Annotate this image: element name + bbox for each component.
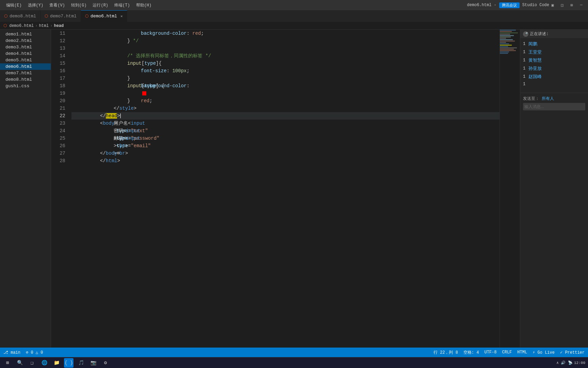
layout-btn-3[interactable]: ⊞ <box>568 2 575 9</box>
language-mode[interactable]: HTML <box>517 350 527 355</box>
statusbar-right: 行 22，列 8 空格: 4 UTF-8 CRLF HTML ⚡ Go Live… <box>434 350 585 355</box>
menu-terminal[interactable]: 终端(T) <box>112 2 133 9</box>
tab-demo6[interactable]: ⬡ demo6.html ✕ <box>81 10 127 22</box>
breadcrumb-filename[interactable]: demo6.html <box>9 24 34 28</box>
sidebar-item-demo2[interactable]: demo2.html <box>0 37 51 44</box>
send-input[interactable] <box>523 103 585 110</box>
breadcrumb: ⬡ demo6.html › html › head <box>0 22 588 30</box>
titlebar-left: 编辑(E) 选择(Y) 查看(V) 转到(G) 运行(R) 终端(T) 帮助(H… <box>3 2 467 9</box>
taskbar-browser[interactable]: 🌐 <box>39 358 49 368</box>
ln-11: 11 <box>51 30 65 37</box>
main-layout: demo1.html demo2.html demo3.html demo4.h… <box>0 30 588 348</box>
minimap <box>500 30 520 348</box>
taskbar-files[interactable]: 📁 <box>52 358 61 368</box>
color-swatch-red <box>142 91 146 95</box>
taskbar-search[interactable]: 🔍 <box>15 358 24 368</box>
participant-huangz: 1 黄智慧 <box>523 57 585 63</box>
taskbar-other3[interactable]: ⚙ <box>101 358 110 368</box>
breadcrumb-sep2: › <box>50 24 52 28</box>
menu-bar[interactable]: 编辑(E) 选择(Y) 查看(V) 转到(G) 运行(R) 终端(T) 帮助(H… <box>3 2 154 9</box>
tab-label-demo8: demo8.html <box>10 14 36 19</box>
line-ending[interactable]: CRLF <box>502 350 512 355</box>
menu-view[interactable]: 查看(V) <box>47 2 68 9</box>
spaces[interactable]: 空格: 4 <box>463 350 479 355</box>
titlebar-right[interactable]: ▣ ◫ ⊞ — <box>549 2 585 9</box>
participant-name-wenp: 闻鹏 <box>528 41 537 47</box>
cursor-position[interactable]: 行 22，列 8 <box>434 350 458 355</box>
code-content[interactable]: background-color: red; } */ /* 选择所有同标签，同… <box>68 30 500 348</box>
tray-time: 12:00 <box>574 361 585 365</box>
participant-num-1: 1 <box>523 42 526 46</box>
minimize-btn[interactable]: — <box>578 2 585 9</box>
sidebar-item-demo4[interactable]: demo4.html <box>0 50 51 57</box>
participant-wenp: 1 闻鹏 <box>523 41 585 47</box>
send-area: 发送至： 所有人 <box>520 93 588 113</box>
participant-num-4: 1 <box>523 66 526 71</box>
ln-26: 26 <box>51 142 65 150</box>
code-line-26: 邮箱<input type="email" ><br> <box>71 142 500 150</box>
meeting-panel: 🎤 正在讲述: 1 闻鹏 1 王堂堂 1 黄智慧 1 孙亚放 1 赵国峰 <box>520 30 588 348</box>
tab-label-demo7: demo7.html <box>50 14 77 19</box>
tab-bar: ⬡ demo8.html ⬡ demo7.html ⬡ demo6.html ✕ <box>0 10 588 22</box>
taskbar-start[interactable]: ⊞ <box>3 358 12 368</box>
meeting-status: 正在讲述: <box>530 31 549 37</box>
ln-21: 21 <box>51 105 65 112</box>
tab-demo7[interactable]: ⬡ demo7.html <box>40 10 81 22</box>
ln-19: 19 <box>51 90 65 97</box>
breadcrumb-file[interactable]: ⬡ <box>3 23 7 28</box>
file-title: demo6.html - <box>467 3 496 7</box>
titlebar-center: demo6.html - 腾讯会议 Studio Code <box>467 2 549 8</box>
taskbar-taskview[interactable]: ❑ <box>27 358 37 368</box>
sidebar-item-demo6[interactable]: demo6.html <box>0 63 51 70</box>
sidebar-item-demo7[interactable]: demo7.html <box>0 70 51 76</box>
tab-close-demo6[interactable]: ✕ <box>120 14 123 18</box>
sidebar-item-demo3[interactable]: demo3.html <box>0 44 51 50</box>
code-line-16: font-size: 100px; <box>71 67 500 75</box>
participant-wangt: 1 王堂堂 <box>523 49 585 55</box>
editor[interactable]: 11 12 13 14 15 16 17 18 19 20 21 22 23 2… <box>51 30 520 348</box>
layout-btn-1[interactable]: ▣ <box>549 2 556 9</box>
breadcrumb-html[interactable]: html <box>39 24 49 28</box>
ln-22: 22 <box>51 112 65 120</box>
tab-icon-demo6: ⬡ <box>85 14 88 19</box>
menu-edit[interactable]: 编辑(E) <box>3 2 24 9</box>
ln-23: 23 <box>51 120 65 127</box>
ln-20: 20 <box>51 97 65 105</box>
sidebar-item-demo1[interactable]: demo1.html <box>0 31 51 37</box>
sidebar-item-demo8[interactable]: demo8.html <box>0 76 51 83</box>
code-28: </html> <box>71 150 120 172</box>
menu-select[interactable]: 选择(Y) <box>25 2 46 9</box>
encoding[interactable]: UTF-8 <box>484 350 496 355</box>
prettier-btn[interactable]: ✓ Prettier <box>560 350 585 355</box>
sidebar: demo1.html demo2.html demo3.html demo4.h… <box>0 30 51 348</box>
ln-15: 15 <box>51 60 65 67</box>
ln-24: 24 <box>51 127 65 135</box>
taskbar-other2[interactable]: 📷 <box>88 358 98 368</box>
taskbar-vscode[interactable]: { } <box>64 358 74 368</box>
menu-help[interactable]: 帮助(H) <box>133 2 154 9</box>
participant-name-zhaog: 赵国峰 <box>528 74 542 80</box>
tab-icon-demo8: ⬡ <box>4 14 7 19</box>
menu-goto[interactable]: 转到(G) <box>68 2 89 9</box>
meeting-mic-icon[interactable]: 🎤 <box>523 31 528 37</box>
ln-13: 13 <box>51 45 65 52</box>
menu-run[interactable]: 运行(R) <box>90 2 111 9</box>
tab-demo8[interactable]: ⬡ demo8.html <box>0 10 40 22</box>
sidebar-item-demo5[interactable]: demo5.html <box>0 57 51 63</box>
ln-27: 27 <box>51 150 65 157</box>
send-label: 发送至： 所有人 <box>523 96 585 102</box>
golive-btn[interactable]: ⚡ Go Live <box>533 350 555 355</box>
participant-suny: 1 孙亚放 <box>523 65 585 72</box>
sidebar-item-gushi[interactable]: gushi.css <box>0 83 51 89</box>
errors: ⊘ 0 △ 0 <box>26 350 43 355</box>
participant-num-6: 1 <box>523 82 526 87</box>
taskbar-other1[interactable]: 🎵 <box>76 358 86 368</box>
tencent-badge: 腾讯会议 <box>499 2 520 8</box>
code-line-19: background-color: red; <box>71 90 500 97</box>
app-name: Studio Code <box>522 3 549 7</box>
ln-16: 16 <box>51 67 65 75</box>
titlebar: 编辑(E) 选择(Y) 查看(V) 转到(G) 运行(R) 终端(T) 帮助(H… <box>0 0 588 10</box>
breadcrumb-head[interactable]: head <box>54 24 64 28</box>
layout-btn-2[interactable]: ◫ <box>559 2 566 9</box>
ln-12: 12 <box>51 37 65 45</box>
